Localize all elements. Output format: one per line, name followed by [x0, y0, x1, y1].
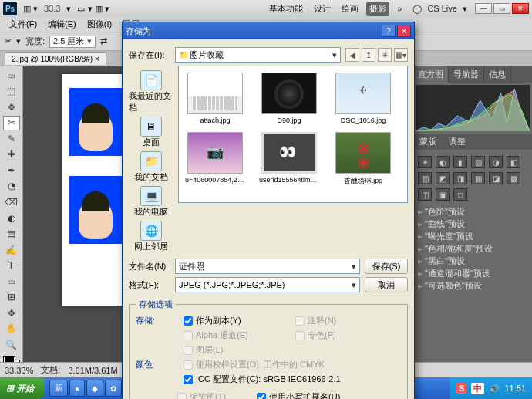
cslive-button[interactable]: ◯ CS Live ▾	[409, 2, 470, 15]
tray-speaker-icon[interactable]: 🔊	[489, 384, 500, 394]
preset-chanmix[interactable]: "通道混和器"预设	[418, 267, 527, 279]
more-tabs-icon[interactable]: »	[394, 2, 405, 15]
panel-tab-info[interactable]: 信息	[484, 66, 511, 83]
dialog-titlebar[interactable]: 存储为 ? ✕	[123, 22, 414, 39]
adj-bw-icon[interactable]: ◩	[436, 172, 450, 184]
adj-levels-icon[interactable]: ◐	[436, 156, 450, 168]
ime-lang-icon[interactable]: 中	[471, 383, 484, 394]
file-item[interactable]: userid155564time2...	[259, 132, 319, 186]
taskbar-item[interactable]: ●	[69, 380, 85, 397]
panel-tab-adjust[interactable]: 调整	[443, 134, 472, 150]
viewmode-icon[interactable]: ▦▾	[394, 48, 408, 62]
place-network[interactable]: 🌐网上邻居	[134, 221, 168, 252]
adj-chanmix-icon[interactable]: ▦	[471, 172, 485, 184]
place-recent[interactable]: 📄我最近的文档	[129, 70, 173, 113]
width-field[interactable]: 2.5 厘米	[49, 36, 96, 48]
preset-selcol[interactable]: "可选颜色"预设	[418, 279, 527, 292]
preset-levels[interactable]: "色阶"预设	[418, 205, 527, 218]
taskbar-item[interactable]: ◆	[86, 380, 103, 397]
taskbar-item[interactable]: ✿	[105, 380, 122, 397]
adj-gradmap-icon[interactable]: ▣	[436, 188, 450, 201]
back-icon[interactable]: ◀	[345, 48, 359, 62]
adj-invert-icon[interactable]: ◪	[489, 172, 503, 184]
preset-hue[interactable]: "色相/饱和度"预设	[418, 242, 527, 255]
tool-lasso[interactable]: ✥	[3, 100, 20, 115]
menu-mini-icon[interactable]: ▥ ▾	[23, 4, 38, 14]
document-canvas[interactable]	[62, 74, 130, 306]
adj-hue-icon[interactable]: ◧	[507, 156, 520, 168]
tool-blur[interactable]: ▤	[3, 226, 20, 242]
crop-tool-icon[interactable]: ✂	[5, 36, 12, 46]
adj-brightness-icon[interactable]: ☀	[418, 156, 432, 168]
adj-selcol-icon[interactable]: □	[453, 188, 467, 201]
up-icon[interactable]: ↥	[362, 48, 375, 62]
filename-field[interactable]: 证件照	[175, 259, 360, 274]
window-close-button[interactable]: ✕	[512, 3, 529, 14]
sogou-ime-icon[interactable]: S	[456, 383, 466, 394]
document-tab[interactable]: 2.jpg @ 100%(RGB/8#) ×	[5, 52, 106, 65]
file-item[interactable]: attach.jpg	[185, 73, 245, 124]
dialog-close-button[interactable]: ✕	[397, 25, 411, 37]
place-mydocs[interactable]: 📁我的文档	[134, 151, 168, 183]
tool-eraser[interactable]: ⌫	[3, 194, 20, 210]
tool-zoom[interactable]: 🔍	[3, 337, 20, 353]
savein-combo[interactable]: 📁 图片收藏	[175, 47, 341, 63]
tool-3d[interactable]: ✥	[3, 306, 20, 321]
swap-icon[interactable]: ⇄	[100, 36, 107, 46]
adj-vibrance-icon[interactable]: ◑	[489, 156, 503, 168]
file-item[interactable]: D90.jpg	[259, 73, 319, 124]
tray-clock[interactable]: 11:51	[504, 384, 526, 393]
zoom-dropdown-icon[interactable]: ▾	[66, 4, 71, 14]
adj-colbal-icon[interactable]: ▥	[418, 172, 432, 184]
adj-poster-icon[interactable]: ▩	[507, 172, 520, 184]
adj-curves-icon[interactable]: ▮	[453, 156, 467, 168]
preset-curves[interactable]: "曲线"预设	[418, 218, 527, 230]
status-zoom[interactable]: 33.33%	[5, 366, 33, 375]
tool-eyedropper[interactable]: ✎	[3, 131, 20, 147]
window-maximize-button[interactable]: ▭	[493, 3, 510, 14]
panel-tab-histogram[interactable]: 直方图	[413, 66, 449, 83]
preset-exposure[interactable]: "曝光度"预设	[418, 230, 527, 242]
menu-image[interactable]: 图像(I)	[82, 17, 116, 32]
tool-brush[interactable]: ✒	[3, 163, 20, 178]
as-copy-checkbox[interactable]: 作为副本(Y)	[184, 315, 289, 326]
newfolder-icon[interactable]: ✳	[378, 48, 392, 62]
tool-hand[interactable]: ✋	[3, 322, 20, 337]
format-combo[interactable]: JPEG (*.JPG;*.JPEG;*.JPE)	[175, 277, 360, 292]
save-button[interactable]: 保存(S)	[365, 259, 408, 274]
view-mode-icons[interactable]: ▭ ▾ ▥ ▾	[77, 4, 109, 14]
adj-thresh-icon[interactable]: ◫	[418, 188, 432, 201]
adj-photo-icon[interactable]: ◨	[453, 172, 467, 184]
menu-edit[interactable]: 编辑(E)	[43, 17, 81, 32]
tool-dodge[interactable]: ✍	[3, 242, 20, 258]
file-item[interactable]: u=4060007884,2808...	[185, 132, 245, 186]
tool-path[interactable]: ▭	[3, 274, 20, 289]
file-browser[interactable]: attach.jpg D90.jpg DSC_1016.jpg u=406000…	[178, 66, 408, 203]
tab-essentials[interactable]: 基本功能	[266, 2, 306, 16]
tool-heal[interactable]: ✚	[3, 147, 20, 163]
adj-exposure-icon[interactable]: ▨	[471, 156, 485, 168]
tool-crop[interactable]: ✂	[3, 116, 20, 131]
tool-gradient[interactable]: ◐	[3, 211, 20, 226]
menu-file[interactable]: 文件(F)	[5, 17, 42, 32]
file-item[interactable]: 香醺绣球.jpg	[333, 132, 393, 186]
file-item[interactable]: DSC_1016.jpg	[333, 73, 393, 124]
tab-painting[interactable]: 绘画	[338, 2, 362, 16]
window-minimize-button[interactable]: —	[475, 3, 492, 14]
tool-type[interactable]: T	[3, 258, 20, 273]
panel-tab-navigator[interactable]: 导航器	[449, 66, 484, 83]
tool-shape[interactable]: ⊞	[3, 289, 20, 305]
icc-checkbox[interactable]: ICC 配置文件(C): sRGB IEC61966-2.1	[184, 374, 401, 385]
dialog-help-button[interactable]: ?	[382, 25, 396, 37]
tab-design[interactable]: 设计	[311, 2, 334, 16]
lowercase-ext-checkbox[interactable]: 使用小写扩展名(U)	[257, 391, 340, 399]
tool-move[interactable]: ▭	[3, 68, 20, 83]
start-button[interactable]: ⊞ 开始	[0, 377, 45, 399]
tab-photography[interactable]: 摄影	[366, 2, 389, 16]
place-mycomputer[interactable]: 💻我的电脑	[134, 186, 168, 218]
preset-bw[interactable]: "黑白"预设	[418, 255, 527, 267]
tool-marquee[interactable]: ⬚	[3, 84, 20, 100]
tool-stamp[interactable]: ◔	[3, 179, 20, 194]
cancel-button[interactable]: 取消	[365, 277, 408, 292]
place-desktop[interactable]: 🖥桌面	[140, 117, 162, 148]
